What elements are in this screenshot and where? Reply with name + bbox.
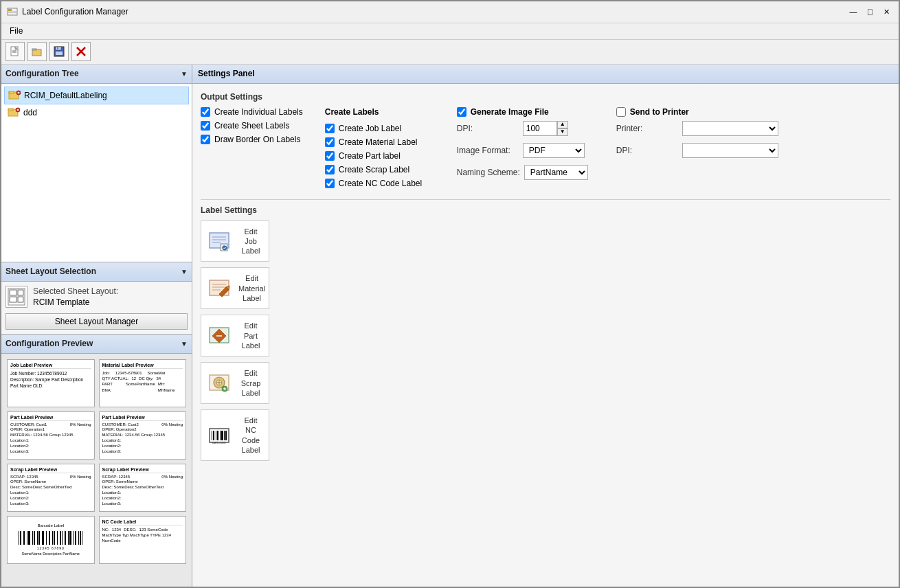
new-button[interactable] (5, 42, 25, 61)
edit-part-label-button[interactable]: Edit PartLabel (201, 315, 269, 357)
create-job-label: Create Job Label (339, 124, 401, 133)
config-preview-section: Configuration Preview ▼ Job Label Previe… (1, 335, 192, 587)
image-format-select[interactable]: PDF PNG JPEG BMP (523, 143, 585, 158)
create-material-checkbox[interactable] (325, 137, 335, 147)
restore-button[interactable]: ⎕ (863, 5, 877, 19)
printer-name-row: Printer: (616, 121, 778, 136)
naming-scheme-label: Naming Scheme: (457, 168, 520, 177)
edit-scrap-label-button[interactable]: Edit ScrapLabel (201, 362, 269, 404)
right-panel: Settings Panel Output Settings Create In… (192, 65, 899, 587)
minimize-button[interactable]: — (846, 5, 860, 19)
barcode-label-text: SomeName Description PartName (22, 552, 80, 556)
tree-item-ddd-icon (7, 106, 21, 120)
printer-label: Printer: (616, 124, 678, 133)
window-controls: — ⎕ ✕ (846, 5, 893, 19)
window-title: Label Configuration Manager (22, 7, 846, 16)
create-nc-checkbox[interactable] (325, 179, 335, 188)
preview-barcode-title: Barcode Label (37, 523, 64, 528)
tree-item-ddd-label: ddd (23, 108, 37, 117)
settings-panel-header: Settings Panel (192, 65, 899, 84)
dpi-input[interactable] (523, 121, 557, 136)
tree-item-rcim-icon (8, 89, 21, 102)
printer-dpi-row: DPI: (616, 143, 778, 158)
create-sheet-label: Create Sheet Labels (214, 121, 289, 131)
delete-button[interactable] (71, 42, 91, 61)
printer-select[interactable] (682, 121, 778, 136)
create-part-checkbox[interactable] (325, 151, 335, 161)
edit-part-label-text: Edit PartLabel (238, 321, 263, 350)
naming-scheme-select[interactable]: PartName JobNumber Custom (524, 165, 588, 180)
edit-nc-label-button[interactable]: BARCODE Edit NCCode Label (201, 409, 269, 461)
create-part-label: Create Part label (339, 151, 401, 161)
settings-panel-title: Settings Panel (198, 69, 255, 78)
create-sheet-checkbox[interactable] (201, 121, 210, 131)
menu-file[interactable]: File (4, 25, 28, 37)
preview-material-title: Material Label Preview (102, 363, 183, 369)
svg-rect-16 (9, 91, 14, 93)
main-layout: Configuration Tree ▼ RCIM_DefaultLab (1, 65, 899, 587)
edit-material-label-button[interactable]: Edit MaterialLabel (201, 267, 269, 309)
create-individual-checkbox[interactable] (201, 107, 210, 117)
printer-dpi-label: DPI: (616, 146, 678, 155)
save-button[interactable] (49, 42, 69, 61)
edit-job-label-button[interactable]: Edit JobLabel (201, 220, 269, 262)
edit-scrap-icon (207, 371, 232, 396)
preview-job-title: Job Label Preview (10, 363, 91, 369)
dpi-up-button[interactable]: ▲ (557, 121, 568, 128)
config-tree-title: Configuration Tree (5, 69, 79, 78)
config-preview-collapse[interactable]: ▼ (181, 340, 188, 348)
send-to-printer-checkbox[interactable] (616, 107, 626, 117)
open-button[interactable] (27, 42, 47, 61)
edit-job-label-text: Edit JobLabel (238, 227, 263, 256)
svg-rect-59 (216, 431, 216, 440)
generate-image-label: Generate Image File (471, 107, 549, 117)
dpi-label: DPI: (457, 124, 519, 133)
svg-rect-60 (217, 431, 218, 440)
config-preview-header: Configuration Preview ▼ (1, 335, 192, 354)
svg-rect-63 (224, 431, 225, 440)
generate-image-checkbox[interactable] (457, 107, 466, 117)
dpi-spinner: ▲ ▼ (557, 121, 568, 136)
preview-barcode-card: Barcode Label 12345 67890 SomeName Descr… (7, 516, 95, 564)
preview-scrap1-title: Scrap Label Preview (10, 467, 91, 473)
create-material-label: Create Material Label (339, 137, 418, 147)
svg-rect-64 (225, 431, 227, 440)
dpi-input-group: ▲ ▼ (523, 121, 568, 136)
create-material-row: Create Material Label (325, 137, 435, 147)
naming-scheme-row: Naming Scheme: PartName JobNumber Custom (457, 165, 594, 180)
tree-item-ddd[interactable]: ddd (4, 104, 189, 121)
config-tree-collapse[interactable]: ▼ (181, 70, 188, 78)
create-individual-label: Create Individual Labels (214, 107, 303, 117)
svg-rect-62 (221, 431, 223, 440)
create-nc-label: Create NC Code Label (339, 179, 422, 188)
draw-border-checkbox[interactable] (201, 135, 210, 144)
dpi-down-button[interactable]: ▼ (557, 128, 568, 136)
generate-image-col: Generate Image File DPI: ▲ ▼ (457, 107, 594, 188)
printer-dpi-select[interactable] (682, 143, 778, 158)
barcode-text: 12345 67890 (37, 546, 65, 550)
send-to-printer-label: Send to Printer (630, 107, 689, 117)
create-part-row: Create Part label (325, 151, 435, 161)
config-preview-title: Configuration Preview (5, 339, 93, 348)
preview-scrap2-title: Scrap Label Preview (102, 467, 183, 473)
sheet-layout-manager-button[interactable]: Sheet Layout Manager (5, 313, 188, 330)
title-bar: Label Configuration Manager — ⎕ ✕ (1, 1, 899, 23)
sheet-layout-title: Sheet Layout Selection (5, 267, 96, 276)
left-panel: Configuration Tree ▼ RCIM_DefaultLab (1, 65, 192, 587)
create-job-checkbox[interactable] (325, 124, 335, 133)
output-checkboxes-col: Create Individual Labels Create Sheet La… (201, 107, 303, 188)
close-button[interactable]: ✕ (879, 5, 893, 19)
preview-part1-card: Part Label Preview CUSTOMER: Cust10% Nes… (7, 411, 95, 460)
create-scrap-checkbox[interactable] (325, 165, 335, 174)
preview-scrap2-card: Scrap Label Preview SCRAP: 123450% Nesti… (99, 464, 187, 512)
tree-item-rcim[interactable]: RCIM_DefaultLabeling (4, 87, 189, 104)
svg-rect-57 (212, 431, 212, 440)
create-sheet-row: Create Sheet Labels (201, 121, 303, 131)
svg-rect-21 (8, 109, 13, 111)
sheet-layout-collapse[interactable]: ▼ (181, 268, 188, 275)
svg-rect-12 (57, 47, 58, 49)
sheet-layout-content: Selected Sheet Layout: RCIM Template (1, 282, 192, 312)
sheet-layout-header: Sheet Layout Selection ▼ (1, 262, 192, 282)
settings-content: Output Settings Create Individual Labels… (192, 84, 899, 587)
edit-scrap-label-text: Edit ScrapLabel (238, 368, 263, 398)
